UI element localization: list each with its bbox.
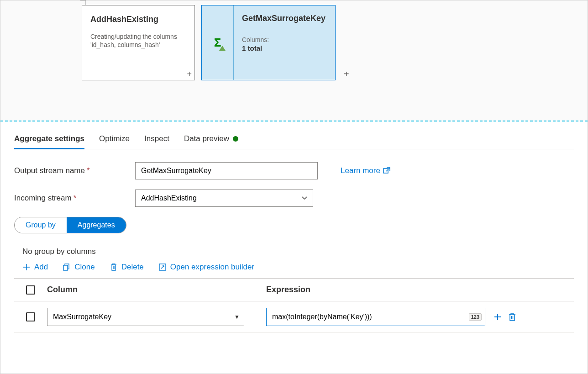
status-dot-icon bbox=[233, 136, 238, 142]
node2-columns-label: Columns: bbox=[242, 36, 327, 43]
tab-inspect[interactable]: Inspect bbox=[144, 132, 169, 149]
tab-optimize[interactable]: Optimize bbox=[99, 132, 130, 149]
clone-button[interactable]: Clone bbox=[63, 263, 94, 272]
tabs: Aggregate settings Optimize Inspect Data… bbox=[14, 132, 574, 149]
groupby-aggregate-toggle: Group by Aggregates bbox=[14, 217, 126, 233]
settings-panel: Aggregate settings Optimize Inspect Data… bbox=[0, 121, 588, 374]
svg-rect-0 bbox=[383, 169, 388, 173]
incoming-stream-select[interactable] bbox=[135, 190, 313, 207]
delete-row-button[interactable] bbox=[508, 313, 516, 321]
node-addhashexisting[interactable]: AddHashExisting Creating/updating the co… bbox=[82, 5, 195, 80]
column-header: Column bbox=[47, 285, 266, 295]
add-button[interactable]: Add bbox=[22, 263, 48, 272]
trash-icon bbox=[110, 263, 118, 271]
svg-rect-2 bbox=[63, 265, 68, 270]
column-name-input[interactable] bbox=[47, 308, 244, 326]
node-getmaxsurrogatekey[interactable]: Σ GetMaxSurrogateKey Columns: 1 total bbox=[201, 5, 336, 80]
open-expression-builder-button[interactable]: Open expression builder bbox=[158, 263, 254, 272]
toggle-groupby[interactable]: Group by bbox=[15, 217, 67, 233]
node2-total: 1 total bbox=[242, 44, 327, 52]
node1-desc: Creating/updating the columns 'id_hash, … bbox=[82, 32, 194, 49]
tab-data-preview-label: Data preview bbox=[184, 134, 229, 143]
no-group-message: No group by columns bbox=[22, 247, 574, 256]
output-stream-label: Output stream name* bbox=[14, 166, 135, 175]
trash-icon bbox=[508, 313, 516, 321]
table-row: ▼ 123 bbox=[14, 301, 574, 333]
aggregate-icon: Σ bbox=[202, 5, 234, 80]
tab-aggregate-settings[interactable]: Aggregate settings bbox=[14, 132, 84, 149]
external-link-icon bbox=[383, 167, 390, 174]
output-stream-input[interactable] bbox=[135, 162, 318, 179]
node2-title: GetMaxSurrogateKey bbox=[242, 14, 327, 23]
tab-data-preview[interactable]: Data preview bbox=[184, 132, 238, 149]
flow-canvas[interactable]: AddHashExisting Creating/updating the co… bbox=[0, 0, 588, 121]
expression-header: Expression bbox=[266, 285, 574, 295]
select-all-checkbox[interactable] bbox=[26, 285, 35, 295]
node1-title: AddHashExisting bbox=[82, 5, 194, 32]
node2-add-branch[interactable]: + bbox=[344, 69, 349, 79]
learn-more-link[interactable]: Learn more bbox=[341, 166, 390, 175]
plus-icon bbox=[493, 313, 502, 321]
plus-icon bbox=[22, 263, 31, 271]
expression-builder-icon bbox=[158, 263, 167, 271]
delete-button[interactable]: Delete bbox=[110, 263, 144, 272]
incoming-stream-label: Incoming stream* bbox=[14, 194, 135, 203]
clone-icon bbox=[63, 263, 71, 271]
toggle-aggregates[interactable]: Aggregates bbox=[67, 217, 126, 233]
expression-input[interactable] bbox=[266, 308, 485, 326]
add-row-button[interactable] bbox=[493, 313, 502, 321]
row-checkbox[interactable] bbox=[26, 312, 35, 321]
node1-add-branch[interactable]: + bbox=[187, 69, 192, 79]
datatype-badge: 123 bbox=[469, 313, 482, 321]
